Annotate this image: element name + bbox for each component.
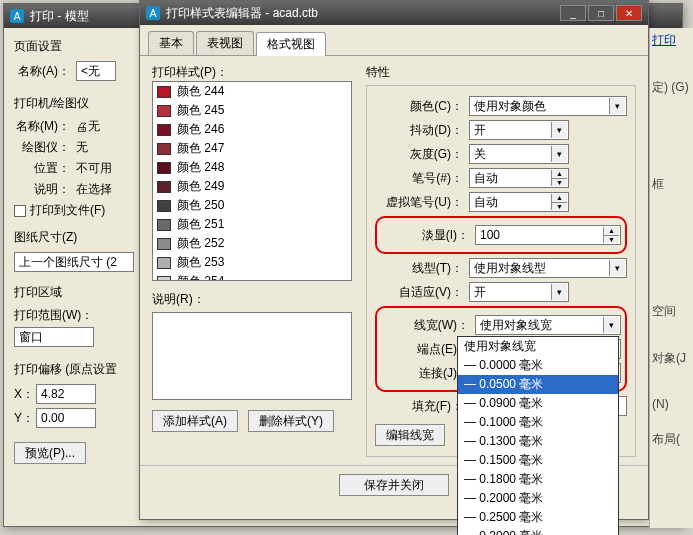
screen-label: 淡显(I)：: [381, 227, 475, 244]
list-item-label: 颜色 246: [177, 121, 224, 138]
dropdown-option[interactable]: — 0.2500 毫米: [458, 508, 618, 527]
name-a-field[interactable]: <无: [76, 61, 116, 81]
minimize-button[interactable]: _: [560, 5, 586, 21]
dropdown-option[interactable]: — 0.0500 毫米: [458, 375, 618, 394]
list-item[interactable]: 颜色 251: [153, 215, 351, 234]
where-value: 不可用: [76, 160, 112, 177]
pen-field[interactable]: 自动▲▼: [469, 168, 569, 188]
dropdown-option[interactable]: — 0.0900 毫米: [458, 394, 618, 413]
description-textbox[interactable]: [152, 312, 352, 400]
delete-style-button[interactable]: 删除样式(Y): [248, 410, 334, 432]
description-label: 说明(R)：: [152, 291, 352, 308]
list-item-label: 颜色 249: [177, 178, 224, 195]
add-style-button[interactable]: 添加样式(A): [152, 410, 238, 432]
list-item[interactable]: 颜色 253: [153, 253, 351, 272]
editor-titlebar[interactable]: A 打印样式表编辑器 - acad.ctb _ □ ✕: [140, 1, 648, 25]
dropdown-option[interactable]: — 0.2000 毫米: [458, 489, 618, 508]
background-right-sliver: 打印 定) (G) 框 空间 对象(J (N) 布局( 帮: [649, 28, 693, 528]
printer-icon: 🖨: [76, 120, 88, 134]
chevron-down-icon: ▾: [609, 260, 625, 276]
spinner-icon[interactable]: ▲▼: [551, 194, 567, 210]
frame-fragment: 框: [652, 176, 691, 193]
dither-field[interactable]: 开▾: [469, 120, 569, 140]
list-item-label: 颜色 253: [177, 254, 224, 271]
desc-label: 说明：: [14, 181, 76, 198]
close-button[interactable]: ✕: [616, 5, 642, 21]
paper-size-field[interactable]: 上一个图纸尺寸 (2: [14, 252, 134, 272]
dropdown-option[interactable]: — 0.1000 毫米: [458, 413, 618, 432]
adaptive-label: 自适应(V)：: [375, 284, 469, 301]
list-item[interactable]: 颜色 248: [153, 158, 351, 177]
tab-table-view[interactable]: 表视图: [196, 31, 254, 55]
list-item[interactable]: 颜色 249: [153, 177, 351, 196]
color-label: 颜色(C)：: [375, 98, 469, 115]
list-item[interactable]: 颜色 254: [153, 272, 351, 281]
y-field[interactable]: 0.00: [36, 408, 96, 428]
color-field[interactable]: 使用对象颜色▾: [469, 96, 627, 116]
gray-label: 灰度(G)：: [375, 146, 469, 163]
properties-group: 颜色(C)：使用对象颜色▾ 抖动(D)：开▾ 灰度(G)：关▾ 笔号(#)：自动…: [366, 85, 636, 457]
tab-format-view[interactable]: 格式视图: [256, 32, 326, 56]
app-icon: A: [146, 6, 160, 20]
edit-lineweights-button[interactable]: 编辑线宽: [375, 424, 445, 446]
list-item[interactable]: 颜色 246: [153, 120, 351, 139]
linetype-field[interactable]: 使用对象线型▾: [469, 258, 627, 278]
print-area-label: 打印区域: [14, 284, 130, 301]
print-range-field[interactable]: 窗口▾: [14, 327, 94, 347]
color-swatch-icon: [157, 105, 171, 117]
x-label: X：: [14, 386, 36, 403]
name-a-label: 名称(A)：: [14, 63, 76, 80]
list-item[interactable]: 颜色 250: [153, 196, 351, 215]
screen-field[interactable]: 100▲▼: [475, 225, 621, 245]
adaptive-field[interactable]: 开▾: [469, 282, 569, 302]
lineweight-dropdown[interactable]: 使用对象线宽— 0.0000 毫米— 0.0500 毫米— 0.0900 毫米—…: [457, 336, 619, 535]
list-item[interactable]: 颜色 244: [153, 82, 351, 101]
n-fragment: (N): [652, 397, 691, 411]
list-item[interactable]: 颜色 245: [153, 101, 351, 120]
list-item-label: 颜色 250: [177, 197, 224, 214]
list-item[interactable]: 颜色 247: [153, 139, 351, 158]
offset-label: 打印偏移 (原点设置: [14, 361, 130, 378]
styles-label: 打印样式(P)：: [152, 64, 352, 81]
spinner-icon[interactable]: ▲▼: [551, 170, 567, 186]
app-icon: A: [10, 9, 24, 23]
color-swatch-icon: [157, 143, 171, 155]
x-field[interactable]: 4.82: [36, 384, 96, 404]
page-setup-label: 页面设置: [14, 38, 130, 55]
print-link[interactable]: 打印: [652, 32, 691, 49]
dropdown-option[interactable]: — 0.0000 毫米: [458, 356, 618, 375]
list-item-label: 颜色 252: [177, 235, 224, 252]
color-swatch-icon: [157, 276, 171, 282]
dropdown-option[interactable]: 使用对象线宽: [458, 337, 618, 356]
plotstyle-listbox[interactable]: 颜色 244颜色 245颜色 246颜色 247颜色 248颜色 249颜色 2…: [152, 81, 352, 281]
tab-basic[interactable]: 基本: [148, 31, 194, 55]
preview-button[interactable]: 预览(P)...: [14, 442, 86, 464]
color-swatch-icon: [157, 181, 171, 193]
layout-fragment: 布局(: [652, 431, 691, 448]
maximize-button[interactable]: □: [588, 5, 614, 21]
save-close-button[interactable]: 保存并关闭: [339, 474, 449, 496]
list-item[interactable]: 颜色 252: [153, 234, 351, 253]
dropdown-option[interactable]: — 0.1800 毫米: [458, 470, 618, 489]
spinner-icon[interactable]: ▲▼: [603, 227, 619, 243]
chevron-down-icon: ▾: [609, 98, 625, 114]
color-swatch-icon: [157, 238, 171, 250]
lineweight-field[interactable]: 使用对象线宽▾ 使用对象线宽— 0.0000 毫米— 0.0500 毫米— 0.…: [475, 315, 621, 335]
chevron-down-icon: ▾: [551, 122, 567, 138]
vpen-field[interactable]: 自动▲▼: [469, 192, 569, 212]
color-swatch-icon: [157, 86, 171, 98]
fill-label: 填充(F)：: [375, 398, 469, 415]
setting-fragment: 定) (G): [652, 79, 691, 96]
print-to-file-checkbox[interactable]: [14, 205, 26, 217]
print-range-label: 打印范围(W)：: [14, 307, 130, 324]
dropdown-option[interactable]: — 0.1500 毫米: [458, 451, 618, 470]
list-item-label: 颜色 248: [177, 159, 224, 176]
dropdown-option[interactable]: — 0.1300 毫米: [458, 432, 618, 451]
list-item-label: 颜色 245: [177, 102, 224, 119]
dropdown-option[interactable]: — 0.3000 毫米: [458, 527, 618, 535]
editor-title: 打印样式表编辑器 - acad.ctb: [166, 5, 560, 22]
gray-field[interactable]: 关▾: [469, 144, 569, 164]
list-item-label: 颜色 251: [177, 216, 224, 233]
pen-label: 笔号(#)：: [375, 170, 469, 187]
screen-highlight: 淡显(I)：100▲▼: [375, 216, 627, 254]
